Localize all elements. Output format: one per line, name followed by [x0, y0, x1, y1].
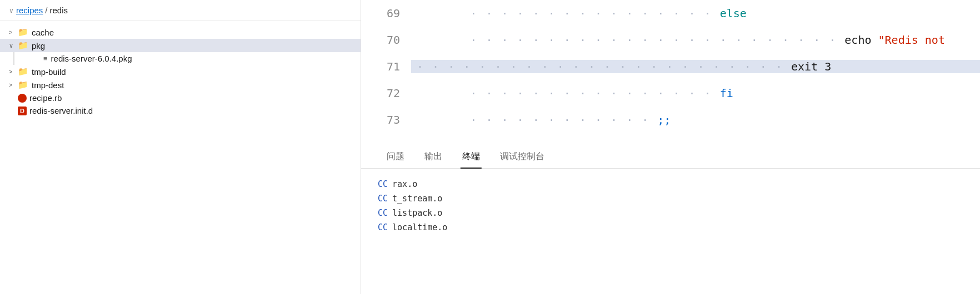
folder-icon-pkg: 📁 — [18, 40, 28, 50]
indent-dots-70: · · · · · · · · · · · · · · · · · · · · … — [470, 33, 844, 47]
tree-item-pkg[interactable]: ∨ 📁 pkg — [0, 39, 361, 52]
code-line-73: 73 · · · · · · · · · · · · ;; — [361, 107, 980, 133]
breadcrumb: ∨ recipes / redis — [0, 0, 361, 21]
terminal-file-2: t_stream.o — [392, 192, 442, 205]
terminal-cc-4: CC — [378, 221, 388, 234]
terminal-area: CC rax.o CC t_stream.o CC listpack.o CC … — [361, 169, 980, 294]
indent-dots-71: · · · · · · · · · · · · · · · · · · · · … — [417, 60, 791, 73]
tree-label-tmp-dest: tmp-dest — [32, 80, 64, 90]
right-panel: 69 · · · · · · · · · · · · · · · · else … — [361, 0, 980, 294]
file-tree-panel: ∨ recipes / redis > 📁 cache ∨ 📁 pkg ≡ re… — [0, 0, 361, 294]
line-content-73: · · · · · · · · · · · · ;; — [411, 100, 980, 140]
tab-debug[interactable]: 调试控制台 — [491, 146, 553, 168]
string-redis-not: "Redis not — [878, 33, 945, 47]
line-number-69: 69 — [361, 7, 411, 20]
keyword-else: else — [720, 7, 747, 20]
tree-label-cache: cache — [32, 28, 54, 37]
line-content-71: · · · · · · · · · · · · · · · · · · · · … — [411, 60, 980, 73]
tab-terminal[interactable]: 终端 — [453, 146, 489, 168]
keyword-echo: echo — [844, 33, 878, 47]
tab-problems[interactable]: 问题 — [378, 146, 413, 168]
tree-item-tmp-dest[interactable]: > 📁 tmp-dest — [0, 78, 361, 92]
folder-arrow-pkg: ∨ — [9, 42, 18, 49]
file-icon-pkg: ≡ — [43, 54, 48, 63]
code-editor: 69 · · · · · · · · · · · · · · · · else … — [361, 0, 980, 144]
tab-output-label: 输出 — [424, 151, 442, 161]
tree-label-redis-server-init: redis-server.init.d — [29, 106, 93, 115]
keyword-fi: fi — [720, 87, 733, 100]
tree-label-recipe-rb: recipe.rb — [29, 93, 62, 103]
tree-item-tmp-build[interactable]: > 📁 tmp-build — [0, 65, 361, 78]
breadcrumb-arrow: ∨ — [9, 7, 14, 14]
tab-debug-label: 调试控制台 — [500, 151, 544, 161]
terminal-file-1: rax.o — [392, 178, 417, 191]
terminal-line-1: CC rax.o — [378, 178, 963, 191]
tab-terminal-label: 终端 — [462, 151, 480, 161]
tab-problems-label: 问题 — [387, 151, 404, 161]
terminal-cc-3: CC — [378, 206, 388, 220]
folder-icon-cache: 📁 — [18, 27, 28, 37]
breadcrumb-current: redis — [50, 6, 68, 15]
file-icon-diff: D — [18, 107, 27, 115]
file-tree: > 📁 cache ∨ 📁 pkg ≡ redis-server-6.0.4.p… — [0, 21, 361, 294]
tab-output[interactable]: 输出 — [416, 146, 451, 168]
indent-dots-69: · · · · · · · · · · · · · · · · — [470, 7, 719, 20]
folder-arrow-tmp-dest: > — [9, 82, 18, 88]
indent-dots-73: · · · · · · · · · · · · — [470, 113, 657, 126]
terminal-file-4: localtime.o — [392, 221, 447, 234]
keyword-double-semicolon: ;; — [657, 113, 671, 126]
breadcrumb-separator: / — [45, 6, 47, 15]
tree-label-tmp-build: tmp-build — [32, 67, 66, 77]
line-number-71: 71 — [361, 60, 411, 73]
tree-label-redis-server-pkg: redis-server-6.0.4.pkg — [51, 54, 132, 63]
code-line-70: 70 · · · · · · · · · · · · · · · · · · ·… — [361, 27, 980, 53]
folder-arrow-cache: > — [9, 29, 18, 36]
line-content-70: · · · · · · · · · · · · · · · · · · · · … — [411, 20, 980, 60]
breadcrumb-parent[interactable]: recipes — [16, 6, 43, 15]
tabs-row: 问题 输出 终端 调试控制台 — [361, 144, 980, 169]
line-number-70: 70 — [361, 33, 411, 47]
line-number-73: 73 — [361, 113, 411, 126]
folder-icon-tmp-dest: 📁 — [18, 80, 28, 90]
tree-item-redis-server-init[interactable]: > D redis-server.init.d — [0, 104, 361, 117]
tree-item-cache[interactable]: > 📁 cache — [0, 26, 361, 39]
terminal-line-4: CC localtime.o — [378, 221, 963, 234]
indent-dots-72: · · · · · · · · · · · · · · · · — [470, 87, 719, 100]
tree-label-pkg: pkg — [32, 41, 45, 50]
folder-icon-tmp-build: 📁 — [18, 67, 28, 77]
tree-item-redis-server-pkg[interactable]: ≡ redis-server-6.0.4.pkg — [13, 52, 361, 65]
terminal-file-3: listpack.o — [392, 206, 442, 220]
line-number-72: 72 — [361, 87, 411, 100]
keyword-exit: exit 3 — [791, 60, 831, 73]
terminal-cc-2: CC — [378, 192, 388, 205]
terminal-line-3: CC listpack.o — [378, 206, 963, 220]
terminal-line-2: CC t_stream.o — [378, 192, 963, 205]
terminal-cc-1: CC — [378, 178, 388, 191]
tree-item-recipe-rb[interactable]: > recipe.rb — [0, 92, 361, 104]
file-icon-recipe — [18, 94, 27, 103]
folder-arrow-tmp-build: > — [9, 68, 18, 75]
